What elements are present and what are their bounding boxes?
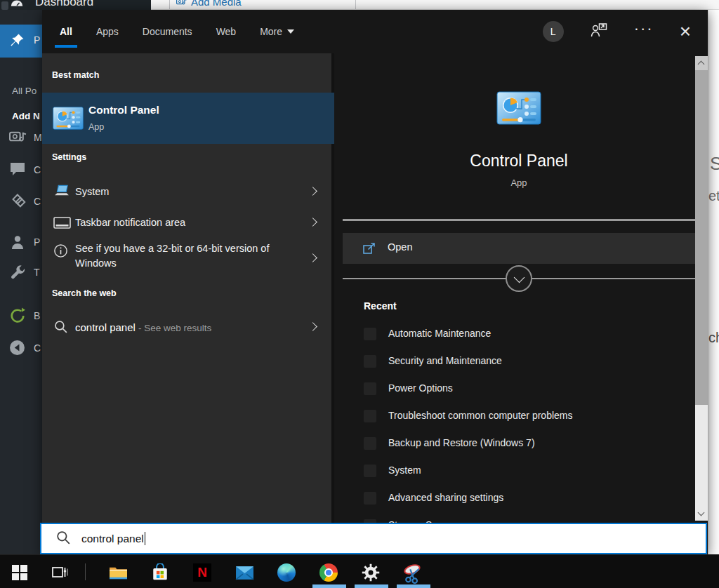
- sidebar-item-tools[interactable]: T: [0, 264, 42, 285]
- mail-button[interactable]: [235, 563, 254, 582]
- recent-item-label: Security and Maintenance: [388, 355, 502, 366]
- sidebar-item-profile[interactable]: P: [0, 234, 42, 255]
- sidebar-item-dashboard[interactable]: Dashboard: [35, 0, 93, 9]
- taskbar-separator: [85, 563, 86, 580]
- tab-label: Web: [216, 26, 237, 37]
- recent-item-label: Troubleshoot common computer problems: [388, 410, 573, 421]
- snipping-tool-button[interactable]: [403, 563, 423, 582]
- more-options-icon[interactable]: ···: [634, 21, 654, 42]
- start-button[interactable]: [10, 563, 29, 582]
- recent-item[interactable]: Automatic Maintenance: [334, 321, 695, 348]
- task-view-icon: [51, 564, 70, 582]
- scissors-icon: [404, 566, 422, 584]
- wp-editor-toolbar: Add Media: [151, 0, 719, 10]
- sidebar-item-label: P: [34, 236, 40, 248]
- tab-apps[interactable]: Apps: [96, 10, 119, 53]
- media-icon: [176, 0, 187, 6]
- taskbar: N: [0, 554, 719, 588]
- windows-logo-icon: [12, 565, 27, 580]
- result-web-search[interactable]: control panel - See web results: [42, 312, 334, 342]
- recent-item-icon: [364, 492, 376, 505]
- user-icon: [9, 234, 26, 253]
- recent-item-label: Power Options: [388, 382, 453, 394]
- chevron-down-icon: [514, 272, 525, 283]
- chevron-down-icon: [287, 29, 294, 34]
- best-match-subtitle: App: [88, 122, 104, 132]
- result-taskbar-notification-area[interactable]: Taskbar notification area: [42, 207, 334, 238]
- edge-button[interactable]: [277, 563, 296, 582]
- tab-label: Documents: [143, 26, 192, 37]
- tab-more[interactable]: More: [260, 10, 294, 53]
- result-32bit-64bit[interactable]: See if you have a 32-bit or 64-bit versi…: [42, 238, 334, 277]
- open-label: Open: [388, 241, 412, 253]
- sidebar-item-media[interactable]: M: [0, 129, 42, 150]
- sidebar-item-add-new[interactable]: Add N: [12, 111, 40, 121]
- info-icon: [53, 243, 68, 261]
- recent-item[interactable]: Backup and Restore (Windows 7): [334, 430, 695, 457]
- sidebar-item-label: M: [34, 132, 42, 143]
- settings-button[interactable]: [361, 563, 381, 582]
- file-explorer-button[interactable]: [108, 563, 128, 582]
- recent-item-icon: [364, 437, 376, 450]
- recent-item-label: System: [388, 465, 421, 476]
- sidebar-item-posts[interactable]: P: [0, 25, 42, 58]
- feedback-icon[interactable]: [590, 22, 608, 41]
- divider: [355, 0, 356, 10]
- recent-item[interactable]: Advanced sharing settings: [334, 485, 695, 512]
- wp-sidebar-top: Dashboard: [0, 0, 151, 10]
- avatar[interactable]: L: [543, 21, 564, 42]
- sidebar-item-all-posts[interactable]: All Po: [12, 86, 37, 96]
- active-app-indicator: [312, 584, 346, 588]
- mail-icon: [235, 566, 254, 580]
- scrollbar-up-button[interactable]: [695, 56, 708, 70]
- sidebar-item-updates[interactable]: B: [0, 307, 42, 328]
- result-label: Taskbar notification area: [75, 215, 185, 230]
- close-icon[interactable]: ×: [680, 22, 691, 41]
- settings-header: Settings: [52, 152, 86, 162]
- result-label: See if you have a 32-bit or 64-bit versi…: [75, 241, 275, 271]
- divider: [343, 219, 695, 221]
- scrollbar-thumb[interactable]: [695, 70, 708, 405]
- control-panel-icon-large: [496, 91, 541, 128]
- search-tabs: All Apps Documents Web More: [60, 10, 294, 53]
- tab-web[interactable]: Web: [216, 10, 237, 53]
- recent-item-icon: [364, 410, 376, 422]
- dashboard-gauge-icon: [9, 0, 25, 10]
- recent-item[interactable]: System: [334, 457, 695, 485]
- gear-icon: [361, 563, 381, 582]
- netflix-button[interactable]: N: [192, 563, 212, 582]
- recent-item-icon: [364, 328, 376, 340]
- search-input-value: control panel: [81, 533, 144, 545]
- chevron-right-icon: [308, 253, 317, 262]
- chrome-button[interactable]: [319, 563, 338, 582]
- wp-logo-icon: [1, 1, 8, 10]
- sidebar-item-plugin[interactable]: C: [0, 193, 42, 214]
- sidebar-item-comments[interactable]: C: [0, 161, 42, 182]
- best-match-result[interactable]: Control Panel App: [42, 93, 334, 144]
- netflix-icon: N: [193, 563, 211, 582]
- result-system[interactable]: System: [42, 176, 334, 207]
- scrollbar-down-button[interactable]: [695, 507, 708, 521]
- recent-item[interactable]: Troubleshoot common computer problems: [334, 403, 695, 430]
- tab-all[interactable]: All: [60, 10, 72, 53]
- search-input[interactable]: control panel: [40, 523, 707, 554]
- expand-button[interactable]: [506, 265, 532, 292]
- scrollbar[interactable]: [695, 56, 708, 521]
- wp-admin-sidebar: P All Po Add N M C C P T B C: [0, 10, 42, 554]
- add-media-button[interactable]: Add Media: [176, 0, 242, 8]
- microsoft-store-button[interactable]: [150, 563, 170, 582]
- task-view-button[interactable]: [50, 563, 70, 582]
- search-icon: [53, 319, 68, 337]
- sidebar-item-label: C: [34, 342, 41, 354]
- sidebar-item-collapse[interactable]: C: [0, 340, 42, 361]
- recent-item-icon: [364, 465, 376, 477]
- result-label: control panel - See web results: [75, 320, 211, 335]
- recent-item[interactable]: Security and Maintenance: [334, 348, 695, 375]
- recent-item[interactable]: Power Options: [334, 375, 695, 403]
- tab-documents[interactable]: Documents: [143, 10, 192, 53]
- recent-item-label: Advanced sharing settings: [388, 492, 503, 503]
- comments-icon: [9, 161, 26, 180]
- open-button[interactable]: Open: [343, 233, 695, 264]
- chevron-right-icon: [308, 187, 317, 196]
- tab-label: All: [60, 26, 72, 37]
